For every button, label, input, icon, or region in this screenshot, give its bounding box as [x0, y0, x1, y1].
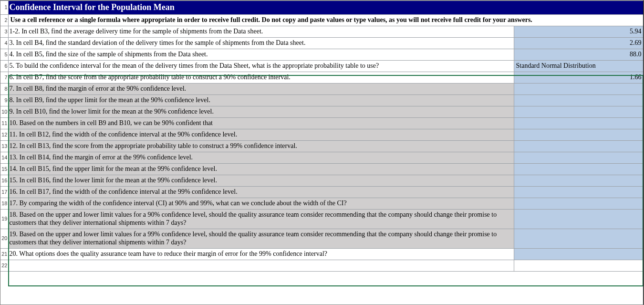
answer-cell[interactable]: 5.94	[514, 26, 644, 37]
answer-cell[interactable]	[514, 95, 644, 106]
question-cell[interactable]: 9. In cell B10, find the lower limit for…	[8, 106, 514, 117]
question-cell[interactable]: 12. In cell B13, find the score from the…	[8, 140, 514, 152]
row-header[interactable]: 18	[0, 198, 8, 209]
row-header[interactable]: 20	[0, 229, 8, 248]
answer-cell[interactable]	[514, 83, 644, 95]
answer-cell[interactable]	[514, 248, 644, 260]
answer-cell[interactable]	[514, 106, 644, 117]
row-header[interactable]: 16	[0, 175, 8, 186]
question-cell[interactable]: 6. In cell B7, find the score from the a…	[8, 72, 514, 83]
row-header[interactable]: 19	[0, 209, 8, 229]
question-cell[interactable]: 14. In cell B15, find the upper limit fo…	[8, 163, 514, 175]
question-cell[interactable]: 15. In cell B16, find the lower limit fo…	[8, 175, 514, 186]
question-cell[interactable]: 20. What options does the quality assura…	[8, 248, 514, 260]
answer-cell[interactable]	[514, 129, 644, 140]
question-cell[interactable]: 3. In cell B4, find the standard deviati…	[8, 37, 514, 49]
question-cell[interactable]: 8. In cell B9, find the upper limit for …	[8, 95, 514, 106]
worksheet-table: 1Confidence Interval for the Population …	[0, 0, 644, 272]
row-header[interactable]: 17	[0, 186, 8, 198]
row-header[interactable]: 1	[0, 1, 8, 15]
row-header[interactable]: 11	[0, 117, 8, 129]
spreadsheet-viewport: 1Confidence Interval for the Population …	[0, 0, 644, 305]
row-header[interactable]: 7	[0, 72, 8, 83]
empty-cell[interactable]	[8, 260, 514, 271]
question-cell[interactable]: 5. To build the confidence interval for …	[8, 60, 514, 72]
row-header[interactable]: 13	[0, 140, 8, 152]
row-header[interactable]: 15	[0, 163, 8, 175]
row-header[interactable]: 2	[0, 14, 8, 26]
question-cell[interactable]: 17. By comparing the width of the confid…	[8, 198, 514, 209]
answer-cell[interactable]	[514, 163, 644, 175]
row-header[interactable]: 22	[0, 260, 8, 271]
answer-cell[interactable]	[514, 186, 644, 198]
answer-cell[interactable]: 88.0	[514, 49, 644, 60]
question-cell[interactable]: 13. In cell B14, find the margin of erro…	[8, 152, 514, 163]
answer-cell[interactable]: 2.69	[514, 37, 644, 49]
answer-cell[interactable]	[514, 209, 644, 229]
row-header[interactable]: 21	[0, 248, 8, 260]
sheet-right-border	[643, 0, 644, 305]
row-header[interactable]: 14	[0, 152, 8, 163]
instructions-cell[interactable]: Use a cell reference or a single formula…	[8, 14, 644, 26]
question-cell[interactable]: 11. In cell B12, find the width of the c…	[8, 129, 514, 140]
sheet-title[interactable]: Confidence Interval for the Population M…	[8, 1, 644, 15]
question-cell[interactable]: 1-2. In cell B3, find the average delive…	[8, 26, 514, 37]
question-cell[interactable]: 7. In cell B8, find the margin of error …	[8, 83, 514, 95]
row-header[interactable]: 10	[0, 106, 8, 117]
question-cell[interactable]: 10. Based on the numbers in cell B9 and …	[8, 117, 514, 129]
answer-cell[interactable]	[514, 175, 644, 186]
answer-cell[interactable]	[514, 117, 644, 129]
row-header[interactable]: 5	[0, 49, 8, 60]
row-header[interactable]: 8	[0, 83, 8, 95]
question-cell[interactable]: 19. Based on the upper and lower limit v…	[8, 229, 514, 248]
row-header[interactable]: 12	[0, 129, 8, 140]
answer-cell[interactable]: 1.66	[514, 72, 644, 83]
row-header[interactable]: 9	[0, 95, 8, 106]
question-cell[interactable]: 4. In cell B5, find the size of the samp…	[8, 49, 514, 60]
question-cell[interactable]: 16. In cell B17, find the width of the c…	[8, 186, 514, 198]
question-cell[interactable]: 18. Based on the upper and lower limit v…	[8, 209, 514, 229]
answer-cell[interactable]	[514, 198, 644, 209]
answer-cell[interactable]	[514, 229, 644, 248]
row-header[interactable]: 3	[0, 26, 8, 37]
empty-cell[interactable]	[514, 260, 644, 271]
row-header[interactable]: 4	[0, 37, 8, 49]
answer-cell[interactable]	[514, 140, 644, 152]
row-header[interactable]: 6	[0, 60, 8, 72]
answer-cell[interactable]	[514, 152, 644, 163]
answer-cell[interactable]: Standard Normal Distribution	[514, 60, 644, 72]
